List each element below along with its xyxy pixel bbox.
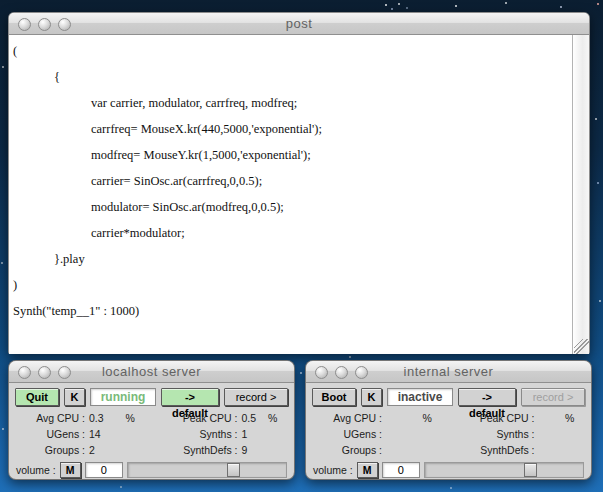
- stats-row: Avg CPU :0.3% Peak CPU :0.5%: [9, 410, 294, 426]
- minimize-button[interactable]: [38, 366, 51, 379]
- stats-row: Avg CPU :% Peak CPU :%: [306, 410, 591, 426]
- server-status: running: [90, 388, 156, 406]
- volume-label: volume :: [313, 464, 353, 476]
- groups-label: Groups :: [306, 444, 382, 456]
- percent-sign: %: [268, 412, 288, 424]
- minimize-button[interactable]: [335, 366, 348, 379]
- stats-row: UGens : Synths :: [306, 426, 591, 442]
- window-controls: [315, 361, 368, 383]
- percent-sign: %: [423, 412, 443, 424]
- code-line: Synth("temp__1" : 1000): [9, 298, 572, 324]
- code-line: }.play: [9, 246, 572, 272]
- default-server-button[interactable]: -> default: [161, 388, 219, 406]
- minimize-button[interactable]: [38, 18, 51, 31]
- code-line: {: [9, 64, 572, 90]
- code-line: carrier*modulator;: [9, 220, 572, 246]
- record-button[interactable]: record >: [224, 388, 288, 406]
- close-button[interactable]: [315, 366, 328, 379]
- percent-sign: %: [126, 412, 146, 424]
- synthdefs-label: SynthDefs :: [152, 444, 238, 456]
- localhost-server-window: localhost server Quit K running -> defau…: [8, 360, 295, 480]
- volume-value-field[interactable]: 0: [85, 462, 123, 478]
- kill-button[interactable]: K: [361, 388, 382, 406]
- default-server-button[interactable]: -> default: [458, 388, 516, 406]
- ugens-label: UGens :: [306, 428, 382, 440]
- post-window: post ( { var carrier, modulator, carrfre…: [8, 12, 590, 354]
- window-title: localhost server: [102, 364, 201, 379]
- post-titlebar[interactable]: post: [9, 13, 589, 35]
- synths-label: Synths :: [449, 428, 535, 440]
- code-line: ): [9, 272, 572, 298]
- mute-button[interactable]: M: [357, 462, 378, 478]
- percent-sign: %: [565, 412, 585, 424]
- window-controls: [18, 361, 71, 383]
- groups-label: Groups :: [9, 444, 85, 456]
- quit-button[interactable]: Quit: [15, 388, 59, 406]
- star-field: [0, 0, 2, 2]
- zoom-button[interactable]: [58, 18, 71, 31]
- synthdefs-value: 9: [242, 444, 269, 456]
- window-controls: [18, 13, 71, 35]
- close-button[interactable]: [18, 18, 31, 31]
- server-stats: Avg CPU :0.3% Peak CPU :0.5% UGens :14 S…: [9, 410, 294, 458]
- internal-server-window: internal server Boot K inactive -> defau…: [305, 360, 592, 480]
- server-status: inactive: [387, 388, 453, 406]
- stats-row: Groups :2 SynthDefs :9: [9, 442, 294, 458]
- resize-grip-icon[interactable]: [574, 339, 589, 354]
- code-line: modulator= SinOsc.ar(modfreq,0,0.5);: [9, 194, 572, 220]
- volume-value-field[interactable]: 0: [382, 462, 420, 478]
- vertical-scrollbar[interactable]: [572, 35, 589, 354]
- volume-slider-handle[interactable]: [227, 463, 240, 477]
- synthdefs-label: SynthDefs :: [449, 444, 535, 456]
- peak-cpu-label: Peak CPU :: [152, 412, 238, 424]
- volume-slider-handle[interactable]: [524, 463, 537, 477]
- synths-label: Synths :: [152, 428, 238, 440]
- code-line: carrier= SinOsc.ar(carrfreq,0,0.5);: [9, 168, 572, 194]
- avg-cpu-label: Avg CPU :: [9, 412, 85, 424]
- peak-cpu-label: Peak CPU :: [449, 412, 535, 424]
- kill-button[interactable]: K: [64, 388, 85, 406]
- peak-cpu-value: 0.5: [242, 412, 269, 424]
- record-button: record >: [521, 388, 585, 406]
- synths-value: 1: [242, 428, 269, 440]
- code-line: modfreq= MouseY.kr(1,5000,'exponential')…: [9, 142, 572, 168]
- window-title: internal server: [404, 364, 494, 379]
- boot-button[interactable]: Boot: [312, 388, 356, 406]
- volume-slider[interactable]: [424, 462, 584, 478]
- stats-row: UGens :14 Synths :1: [9, 426, 294, 442]
- desktop: post ( { var carrier, modulator, carrfre…: [0, 0, 603, 492]
- volume-label: volume :: [16, 464, 56, 476]
- zoom-button[interactable]: [58, 366, 71, 379]
- close-button[interactable]: [18, 366, 31, 379]
- window-title: post: [286, 16, 313, 31]
- stats-row: Groups : SynthDefs :: [306, 442, 591, 458]
- zoom-button[interactable]: [355, 366, 368, 379]
- volume-slider[interactable]: [127, 462, 287, 478]
- code-line: (: [9, 38, 572, 64]
- ugens-label: UGens :: [9, 428, 85, 440]
- mute-button[interactable]: M: [60, 462, 81, 478]
- avg-cpu-label: Avg CPU :: [306, 412, 382, 424]
- code-line: var carrier, modulator, carrfreq, modfre…: [9, 90, 572, 116]
- server-stats: Avg CPU :% Peak CPU :% UGens : Synths : …: [306, 410, 591, 458]
- groups-value: 2: [89, 444, 126, 456]
- code-line: carrfreq= MouseX.kr(440,5000,'exponentia…: [9, 116, 572, 142]
- ugens-value: 14: [89, 428, 126, 440]
- code-editor[interactable]: ( { var carrier, modulator, carrfreq, mo…: [9, 35, 572, 354]
- internal-titlebar[interactable]: internal server: [306, 361, 591, 383]
- avg-cpu-value: 0.3: [89, 412, 126, 424]
- localhost-titlebar[interactable]: localhost server: [9, 361, 294, 383]
